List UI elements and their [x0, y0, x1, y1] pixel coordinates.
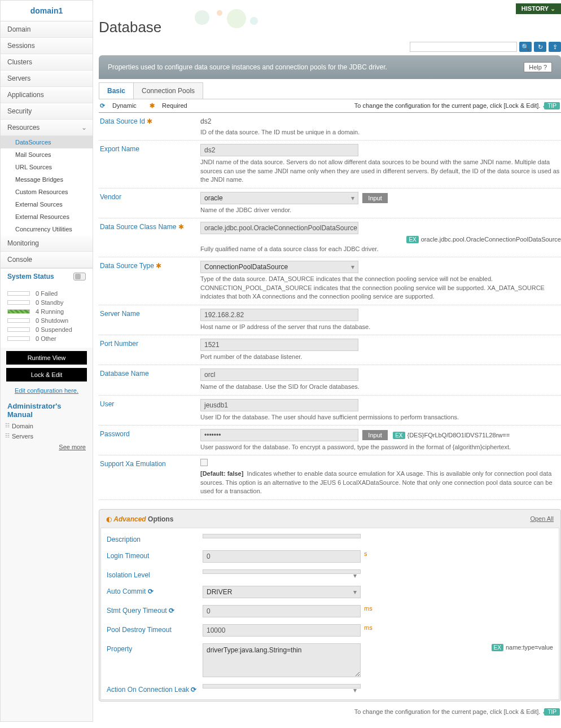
label-vendor: Vendor: [99, 192, 200, 214]
input-login-timeout[interactable]: 0: [203, 550, 361, 563]
subnav-extsrc[interactable]: External Sources: [1, 198, 93, 210]
nav-sessions[interactable]: Sessions: [1, 38, 93, 54]
tab-basic[interactable]: Basic: [99, 82, 134, 99]
see-more-link[interactable]: See more: [1, 441, 93, 453]
subnav-extres[interactable]: External Resources: [1, 210, 93, 223]
edit-config-link[interactable]: Edit configuration here.: [1, 385, 93, 396]
subnav-concurrency[interactable]: Concurrency Utilities: [1, 223, 93, 235]
help-server-name: Host name or IP address of the server th…: [200, 323, 561, 331]
tip-badge-bottom: TIP: [544, 708, 560, 716]
description-banner: Properties used to configure data source…: [99, 55, 561, 79]
help-data-source-id: ID of the data source. The ID must be un…: [200, 128, 561, 137]
ex-badge: EX: [406, 236, 418, 243]
input-stmt-timeout[interactable]: 0: [203, 605, 361, 617]
subnav-url[interactable]: URL Sources: [1, 161, 93, 173]
unit-pool: ms: [364, 624, 372, 631]
help-password: User password for the database. To encry…: [200, 443, 561, 451]
status-other: 0 Other: [7, 334, 86, 343]
help-export-name: JNDI name of the data source. Servers do…: [200, 158, 561, 184]
search-input[interactable]: [410, 42, 517, 52]
help-xa: [Default: false] Indicates whether to en…: [200, 470, 561, 495]
history-button[interactable]: HISTORY: [516, 3, 561, 14]
ex-badge-pw: EX: [393, 432, 405, 439]
textarea-property[interactable]: driverType:java.lang.String=thin: [203, 643, 361, 677]
advanced-panel: ◐ Advanced Options Open All Description …: [99, 509, 561, 701]
label-password: Password: [99, 429, 200, 451]
select-vendor[interactable]: oracle: [200, 192, 358, 204]
refresh-icon[interactable]: ↻: [534, 42, 546, 52]
sidebar: domain1 Domain Sessions Clusters Servers…: [0, 0, 93, 722]
input-description[interactable]: [203, 534, 361, 538]
system-status-header: System Status: [1, 268, 93, 284]
toggle-icon[interactable]: [73, 273, 86, 280]
admin-domain[interactable]: Domain: [1, 421, 93, 431]
admin-servers[interactable]: Servers: [1, 431, 93, 441]
ex-ds-class: oracle.jdbc.pool.OracleConnectionPoolDat…: [421, 236, 561, 243]
label-ds-class: Data Source Class Name ✱: [99, 222, 200, 253]
advanced-title-b: Options: [148, 515, 173, 523]
form-table: Data Source Id ✱ ds2 ID of the data sour…: [99, 113, 561, 500]
ex-property: name:type=value: [506, 644, 553, 651]
tab-connection-pools[interactable]: Connection Pools: [133, 82, 203, 99]
open-all-link[interactable]: Open All: [530, 515, 554, 523]
nav-domain[interactable]: Domain: [1, 21, 93, 38]
value-data-source-id: ds2: [200, 116, 561, 126]
resources-subnav: DataSources Mail Sources URL Sources Mes…: [1, 136, 93, 235]
select-autocommit[interactable]: DRIVER: [203, 586, 361, 598]
nav-security[interactable]: Security: [1, 103, 93, 120]
top-toolbar: HISTORY: [99, 2, 561, 17]
runtime-view-button[interactable]: Runtime View: [6, 351, 87, 365]
checkbox-xa[interactable]: [200, 459, 208, 466]
tip-badge: TIP: [544, 102, 560, 109]
banner-text: Properties used to configure data source…: [108, 63, 387, 71]
input-user[interactable]: jeusdb1: [200, 399, 358, 411]
subnav-custom[interactable]: Custom Resources: [1, 186, 93, 198]
label-server-name: Server Name: [99, 309, 200, 331]
nav-monitoring[interactable]: Monitoring: [1, 235, 93, 252]
password-input-button[interactable]: Input: [362, 430, 387, 440]
admin-manual-title: Administrator's Manual: [1, 396, 93, 421]
input-password[interactable]: •••••••: [200, 429, 358, 441]
tip-text: To change the configuration for the curr…: [354, 102, 541, 109]
subnav-bridges[interactable]: Message Bridges: [1, 173, 93, 186]
nav-servers[interactable]: Servers: [1, 71, 93, 87]
subnav-mail[interactable]: Mail Sources: [1, 148, 93, 161]
nav-applications[interactable]: Applications: [1, 87, 93, 103]
help-button[interactable]: Help ?: [524, 62, 552, 72]
nav-console[interactable]: Console: [1, 252, 93, 268]
label-user: User: [99, 399, 200, 422]
label-action-leak: Action On Connection Leak ⟳: [107, 684, 203, 694]
label-stmt-timeout: Stmt Query Timeout ⟳: [107, 605, 203, 615]
domain-title: domain1: [1, 1, 93, 21]
label-login-timeout: Login Timeout: [107, 550, 203, 560]
label-db-name: Database Name: [99, 369, 200, 391]
select-action-leak[interactable]: [203, 684, 361, 688]
status-running: 4 Running: [7, 307, 86, 316]
search-icon[interactable]: 🔍: [519, 42, 532, 52]
input-export-name[interactable]: ds2: [200, 144, 358, 156]
help-vendor: Name of the JDBC driver vendor.: [200, 206, 561, 214]
label-ds-type: Data Source Type ✱: [99, 261, 200, 301]
subnav-datasources[interactable]: DataSources: [1, 136, 93, 148]
select-ds-type[interactable]: ConnectionPoolDataSource: [200, 261, 358, 273]
nav-resources[interactable]: Resources: [1, 120, 93, 136]
nav-clusters[interactable]: Clusters: [1, 54, 93, 71]
vendor-input-button[interactable]: Input: [362, 193, 387, 203]
status-list: 0 Failed 0 Standby 4 Running 0 Shutdown …: [1, 284, 93, 348]
export-icon[interactable]: ⇪: [549, 42, 561, 52]
ex-badge-prop: EX: [492, 644, 503, 651]
input-port[interactable]: 1521: [200, 339, 358, 351]
lock-edit-button[interactable]: Lock & Edit: [6, 368, 87, 381]
search-toolbar: 🔍 ↻ ⇪: [99, 41, 561, 55]
legend-row: ⟳ Dynamic ✱ Required To change the confi…: [99, 99, 561, 113]
help-db-name: Name of the database. Use the SID for Or…: [200, 383, 561, 391]
advanced-title-a: Advanced: [113, 515, 146, 523]
input-server-name[interactable]: 192.168.2.82: [200, 309, 358, 321]
input-db-name[interactable]: orcl: [200, 369, 358, 381]
ex-password: {DES}FQrLbQ/D8O1lDVS71L28rw==: [407, 432, 510, 438]
status-failed: 0 Failed: [7, 289, 86, 298]
help-user: User ID for the database. The user shoul…: [200, 413, 561, 422]
input-ds-class[interactable]: oracle.jdbc.pool.OracleConnectionPoolDat…: [200, 222, 358, 234]
input-pool-timeout[interactable]: 10000: [203, 624, 361, 637]
select-isolation[interactable]: [203, 569, 361, 574]
